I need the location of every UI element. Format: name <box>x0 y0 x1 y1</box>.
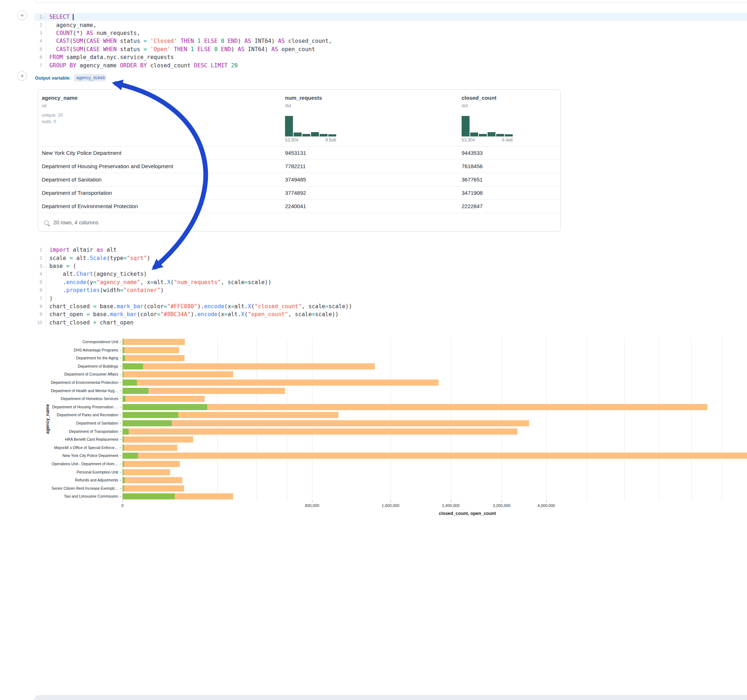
y-axis-label: Correspondence Unit <box>34 339 118 344</box>
table-cell: 7782211 <box>285 160 305 173</box>
code-token: num_requests, <box>93 30 140 36</box>
add-cell-button[interactable]: + <box>17 71 27 81</box>
code-content: chart_closed + chart_open <box>46 319 133 327</box>
table-cell: Department of Environmental Protection <box>42 200 138 213</box>
line-number-gutter: 4 <box>34 270 46 278</box>
code-token: = <box>163 303 167 310</box>
code-token: base. <box>97 303 117 310</box>
column-header[interactable]: num_requests <box>285 95 322 101</box>
code-token: , scale <box>288 311 312 318</box>
code-token: . <box>49 287 66 293</box>
code-line[interactable]: 2scale = alt.Scale(type="sqrt") <box>34 254 747 262</box>
code-token: mark_bar <box>117 303 144 310</box>
code-token: properties <box>66 287 100 293</box>
code-token <box>70 14 73 20</box>
bar-open <box>122 436 124 442</box>
sql-cell-editor[interactable]: 1⌄SELECT 2 agency_name,3 COUNT(*) AS num… <box>34 13 747 69</box>
histogram-bar <box>470 133 478 136</box>
bar-closed <box>122 469 170 475</box>
gridline <box>502 338 502 501</box>
histogram-bar <box>461 116 470 136</box>
code-line[interactable]: 1import altair as alt <box>34 246 747 254</box>
table-cell: 3677651 <box>461 173 482 186</box>
fold-chevron-icon[interactable]: ⌄ <box>42 264 46 268</box>
code-line[interactable]: 2 agency_name, <box>34 21 747 29</box>
table-row: Department of Transportation377489234719… <box>38 186 560 199</box>
code-line[interactable]: 8chart_closed = base.mark_bar(color="#FF… <box>34 302 747 311</box>
code-line[interactable]: 4 alt.Chart(agency_tickets) <box>34 270 747 278</box>
code-line[interactable]: 7) <box>34 294 747 302</box>
code-token: ) <box>49 295 53 302</box>
column-header[interactable]: agency_name <box>42 95 77 101</box>
y-tick <box>119 448 121 448</box>
code-token <box>207 62 211 69</box>
code-line[interactable]: 7GROUP BY agency_name ORDER BY closed_co… <box>34 61 747 69</box>
code-token: (agency_tickets) <box>93 271 147 277</box>
y-axis-label: Department of Housing Preservation … <box>34 405 118 409</box>
code-token: 'Open' <box>150 46 171 53</box>
histogram-bar <box>496 134 504 136</box>
column-header[interactable]: closed_count <box>461 95 496 101</box>
bar-closed <box>122 477 182 483</box>
code-token: = <box>224 311 227 318</box>
output-variable-chip[interactable]: agency_tickets <box>74 74 106 81</box>
bar-open <box>122 445 124 451</box>
table-cell: 9443533 <box>461 146 482 160</box>
gridline <box>659 338 659 501</box>
code-token: closed_count, <box>285 38 332 44</box>
bar-open <box>122 493 175 499</box>
code-line[interactable]: 5 CAST(SUM(CASE WHEN status = 'Open' THE… <box>34 45 747 53</box>
code-line[interactable]: 3⌄base = ( <box>34 262 747 270</box>
code-token: = <box>93 279 96 285</box>
code-content: .encode(y="agency_name", x=alt.X("num_re… <box>46 278 271 286</box>
code-token <box>100 38 103 44</box>
x-axis-title: closed_count, open_count <box>439 511 496 516</box>
column-meta: nulls: 0 <box>42 119 56 124</box>
line-number: 4 <box>34 39 42 44</box>
code-line[interactable]: 3 COUNT(*) AS num_requests, <box>34 29 747 37</box>
x-tick-label: 3,200,000 <box>493 503 510 508</box>
code-token: ) <box>160 287 163 293</box>
code-token: base. <box>90 311 110 318</box>
y-tick <box>119 382 121 383</box>
table-body: New York City Police Department945313194… <box>38 146 560 213</box>
code-token: SELECT <box>49 14 70 20</box>
code-token <box>49 46 56 53</box>
x-tick-label: 2,400,000 <box>442 503 460 508</box>
y-tick <box>119 415 121 415</box>
search-icon[interactable] <box>44 220 48 225</box>
y-tick <box>119 431 121 432</box>
histogram-max-label: 9.5e6 <box>325 137 336 143</box>
code-token: scale)) <box>315 311 338 318</box>
y-tick <box>119 398 121 399</box>
code-token: ( <box>171 279 174 285</box>
histogram <box>285 116 336 136</box>
code-line[interactable]: 5 .encode(y="agency_name", x=alt.X("num_… <box>34 278 747 286</box>
code-line[interactable]: 9chart_open = base.mark_bar(color="#8BC3… <box>34 311 747 318</box>
fold-chevron-icon[interactable]: ⌄ <box>42 15 46 19</box>
code-line[interactable]: 10chart_closed + chart_open <box>34 319 747 327</box>
add-cell-button[interactable]: + <box>17 11 27 20</box>
code-token: END <box>221 46 231 53</box>
gridline <box>257 338 257 501</box>
y-axis-label: Department of Transportation <box>34 429 118 433</box>
code-line[interactable]: 6 .properties(width="container") <box>34 286 747 294</box>
code-line[interactable]: 1⌄SELECT <box>34 13 747 21</box>
column-type: i64 <box>461 103 468 109</box>
code-token: = <box>312 311 315 318</box>
code-token: open_count <box>278 46 315 53</box>
python-cell-editor[interactable]: 1import altair as alt2scale = alt.Scale(… <box>34 246 747 327</box>
line-number-gutter: 4 <box>34 37 46 45</box>
code-token: AS <box>271 46 278 53</box>
code-token: , x <box>140 279 150 285</box>
output-variable-row: Output variable: agency_tickets <box>35 74 106 81</box>
code-line[interactable]: 4 CAST(SUM(CASE WHEN status = 'Closed' T… <box>34 37 747 45</box>
y-axis-label: Department of Parks and Recreation <box>34 413 118 417</box>
code-token: encode <box>198 311 218 318</box>
code-token: = <box>120 287 123 293</box>
code-token: (x <box>224 303 231 310</box>
histogram-bar <box>311 132 319 136</box>
line-number-gutter: 7 <box>34 61 46 69</box>
code-token: THEN <box>180 38 194 44</box>
code-line[interactable]: 6FROM sample_data.nyc.service_requests <box>34 53 747 61</box>
